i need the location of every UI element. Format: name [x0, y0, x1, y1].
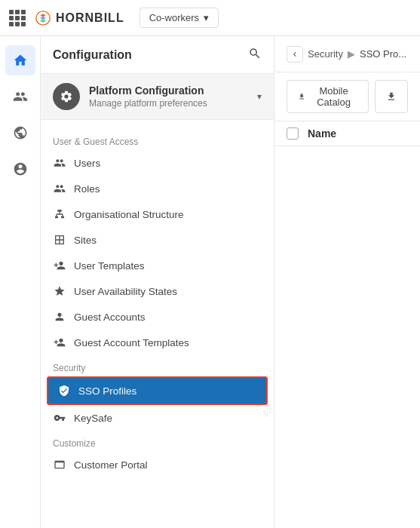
- nav-item-availability-label: User Availability States: [74, 286, 177, 297]
- right-header: Security ▶ SSO Pro...: [274, 36, 420, 72]
- top-nav: HORNBILL Co-workers ▾: [0, 0, 420, 36]
- sidebar-item-services[interactable]: [5, 118, 35, 148]
- platform-config-item[interactable]: Platform Configuration Manage platform p…: [41, 74, 274, 120]
- nav-item-users[interactable]: Users: [41, 150, 274, 176]
- nav-item-org[interactable]: Organisational Structure: [41, 201, 274, 227]
- logo: HORNBILL: [35, 10, 124, 26]
- nav-item-customer-portal-label: Customer Portal: [74, 459, 148, 471]
- config-panel: Configuration Platform Configuration Man…: [41, 36, 274, 528]
- table-header: Name: [274, 121, 420, 146]
- org-icon: [53, 207, 66, 221]
- nav-item-keysafe[interactable]: KeySafe: [41, 405, 274, 431]
- nav-item-users-label: Users: [74, 158, 100, 169]
- platform-config-icon: [53, 83, 80, 110]
- coworkers-label: Co-workers: [149, 12, 199, 23]
- icon-sidebar: [0, 36, 41, 528]
- chevron-down-icon: ▾: [204, 12, 209, 23]
- section-label-customize: Customize: [41, 431, 274, 452]
- coworkers-button[interactable]: Co-workers ▾: [139, 8, 219, 28]
- nav-item-user-templates-label: User Templates: [74, 260, 145, 272]
- nav-item-guest-templates[interactable]: Guest Account Templates: [41, 330, 274, 355]
- sidebar-item-home[interactable]: [5, 45, 35, 75]
- config-title: Configuration: [53, 48, 132, 62]
- download-icon2: [386, 91, 397, 102]
- nav-item-roles-label: Roles: [74, 183, 100, 195]
- platform-config-text: Platform Configuration Manage platform p…: [89, 84, 248, 109]
- search-icon: [248, 47, 262, 60]
- logo-text: HORNBILL: [56, 11, 124, 25]
- right-panel: Security ▶ SSO Pro... Mobile Catalog Nam…: [274, 36, 420, 528]
- guest-templates-icon: [53, 336, 66, 349]
- nav-item-sso[interactable]: SSO Profiles: [47, 376, 268, 405]
- breadcrumb-back-button[interactable]: [287, 46, 303, 63]
- platform-config-subtitle: Manage platform preferences: [89, 98, 248, 109]
- hornbill-logo-icon: [35, 10, 51, 26]
- config-header: Configuration: [41, 36, 274, 74]
- key-icon: [53, 411, 66, 425]
- nav-menu: User & Guest Access Users Roles Organisa…: [41, 120, 274, 528]
- admin-icon: [13, 161, 28, 177]
- sso-icon: [57, 384, 71, 398]
- main-layout: Configuration Platform Configuration Man…: [0, 36, 420, 528]
- nav-item-guest-label: Guest Accounts: [74, 312, 146, 323]
- portal-icon: [53, 458, 66, 471]
- grid-menu-icon[interactable]: [9, 10, 26, 26]
- sites-icon: [53, 233, 66, 247]
- nav-item-roles[interactable]: Roles: [41, 176, 274, 201]
- table-col-name: Name: [308, 127, 336, 140]
- guest-icon: [53, 310, 66, 324]
- services-icon: [13, 125, 28, 140]
- nav-item-guest[interactable]: Guest Accounts: [41, 304, 274, 330]
- nav-item-availability[interactable]: User Availability States: [41, 278, 274, 304]
- mobile-catalog-button[interactable]: Mobile Catalog: [287, 80, 369, 113]
- breadcrumb: Security ▶ SSO Pro...: [287, 46, 406, 63]
- table-select-all-checkbox[interactable]: [287, 127, 299, 140]
- breadcrumb-current: SSO Pro...: [360, 48, 406, 60]
- star-icon: [53, 284, 66, 298]
- download-icon: [298, 91, 305, 102]
- home-icon: [13, 53, 28, 68]
- search-button[interactable]: [248, 47, 262, 63]
- mobile-catalog-label: Mobile Catalog: [310, 85, 357, 108]
- gear-icon: [60, 90, 73, 103]
- nav-item-user-templates[interactable]: User Templates: [41, 253, 274, 278]
- platform-config-title: Platform Configuration: [89, 84, 248, 97]
- section-label-user-guest: User & Guest Access: [41, 129, 274, 150]
- breadcrumb-arrow-icon: ▶: [348, 48, 355, 60]
- section-label-security: Security: [41, 355, 274, 376]
- chevron-down-icon: ▾: [257, 91, 262, 102]
- breadcrumb-section: Security: [308, 48, 343, 60]
- nav-item-customer-portal[interactable]: Customer Portal: [41, 452, 274, 477]
- toolbar-btn2[interactable]: [375, 80, 408, 113]
- nav-item-sites[interactable]: Sites: [41, 227, 274, 253]
- nav-item-guest-templates-label: Guest Account Templates: [74, 337, 189, 348]
- user-add-icon: [53, 259, 66, 272]
- nav-item-org-label: Organisational Structure: [74, 209, 184, 220]
- nav-item-keysafe-label: KeySafe: [74, 413, 112, 424]
- nav-item-sso-label: SSO Profiles: [78, 385, 136, 397]
- users-icon: [53, 156, 66, 170]
- roles-icon: [53, 182, 66, 195]
- right-toolbar: Mobile Catalog: [274, 72, 420, 121]
- sidebar-item-admin[interactable]: [5, 154, 35, 184]
- chevron-left-icon: [290, 50, 299, 59]
- sidebar-item-people[interactable]: [5, 81, 35, 112]
- nav-item-sites-label: Sites: [74, 235, 97, 246]
- people-icon: [13, 89, 28, 104]
